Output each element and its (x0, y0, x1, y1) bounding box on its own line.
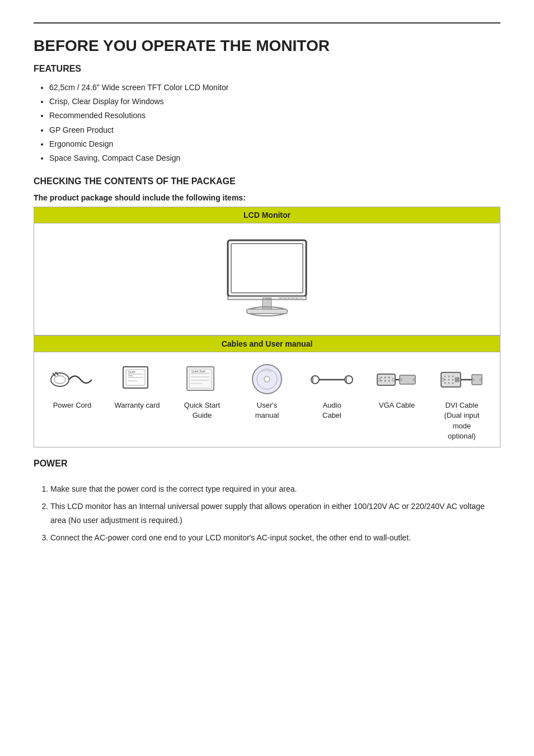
svg-rect-39 (377, 374, 395, 385)
svg-rect-1 (231, 244, 303, 293)
list-item: Make sure that the power cord is the cor… (50, 482, 500, 496)
svg-point-57 (448, 379, 450, 380)
audio-cable-icon (310, 362, 354, 396)
page-title: BEFORE YOU OPERATE THE MONITOR (34, 37, 500, 55)
power-cord-label: Power Cord (53, 400, 92, 410)
lcd-monitor-header: LCD Monitor (34, 207, 500, 223)
users-manual-icon (250, 362, 284, 396)
package-intro: The product package should include the f… (34, 193, 500, 202)
power-list: Make sure that the power cord is the cor… (50, 482, 500, 545)
svg-text:Quick: Quick (128, 370, 135, 374)
svg-point-58 (452, 379, 454, 380)
svg-point-34 (311, 376, 319, 384)
package-section: CHECKING THE CONTENTS OF THE PACKAGE The… (34, 176, 500, 447)
svg-point-36 (345, 376, 353, 384)
list-item: This LCD monitor has an Internal univers… (50, 500, 500, 528)
vga-cable-icon (374, 362, 419, 396)
features-heading: FEATURES (34, 64, 500, 74)
svg-text:Quick Start: Quick Start (191, 370, 205, 373)
svg-point-44 (385, 380, 386, 381)
users-manual-item: User'smanual (236, 362, 298, 421)
quick-start-item: Quick Start Quick StartGuide (171, 362, 233, 421)
monitor-image: IIYAMA (211, 235, 323, 326)
svg-point-43 (381, 380, 382, 381)
quick-start-icon: Quick Start (182, 362, 222, 396)
power-section: POWER Make sure that the power cord is t… (34, 459, 500, 545)
svg-text:Start: Start (128, 374, 133, 377)
power-cord-item: Power Cord (41, 362, 103, 410)
dvi-cable-label: DVI Cable(Dual inputmodeoptional) (444, 400, 480, 441)
list-item: Crisp, Clear Display for Windows (49, 95, 500, 109)
lcd-monitor-row: IIYAMA (34, 223, 500, 335)
package-heading: CHECKING THE CONTENTS OF THE PACKAGE (34, 176, 500, 186)
audio-cable-item: AudioCabel (301, 362, 363, 421)
svg-point-33 (264, 376, 270, 382)
top-divider (34, 22, 500, 24)
users-manual-label: User'smanual (255, 400, 279, 421)
list-item: Connect the AC-power cord one end to you… (50, 531, 500, 545)
quick-start-label: Quick StartGuide (184, 400, 220, 421)
list-item: Space Saving, Compact Case Design (49, 151, 500, 165)
svg-rect-12 (247, 309, 287, 314)
svg-point-61 (452, 382, 454, 384)
svg-point-54 (448, 375, 450, 377)
svg-point-40 (381, 376, 382, 378)
features-list: 62,5cm / 24.6" Wide screen TFT Color LCD… (49, 81, 500, 165)
svg-point-45 (388, 380, 390, 381)
svg-point-60 (448, 382, 450, 384)
vga-cable-item: VGA Cable (366, 362, 428, 410)
svg-point-59 (444, 382, 446, 384)
list-item: Recommended Resolutions (49, 109, 500, 123)
svg-point-55 (452, 375, 454, 377)
svg-point-6 (284, 298, 286, 300)
cables-row: Power Cord Quick Start Warranty card (34, 352, 500, 447)
warranty-card-icon: Quick Start (120, 362, 154, 396)
svg-point-7 (288, 298, 290, 300)
warranty-card-item: Quick Start Warranty card (106, 362, 168, 410)
list-item: GP Green Product (49, 123, 500, 137)
svg-point-56 (444, 379, 446, 380)
svg-point-41 (385, 376, 386, 378)
warranty-card-label: Warranty card (114, 400, 160, 410)
svg-point-42 (388, 376, 390, 378)
svg-point-5 (280, 298, 282, 300)
power-cord-icon (50, 362, 95, 396)
svg-point-9 (296, 298, 298, 300)
power-heading: POWER (34, 459, 500, 469)
svg-rect-0 (228, 240, 306, 296)
features-section: FEATURES 62,5cm / 24.6" Wide screen TFT … (34, 64, 500, 165)
vga-cable-label: VGA Cable (379, 400, 415, 410)
svg-point-14 (54, 376, 65, 384)
cables-header: Cables and User manual (34, 335, 500, 352)
svg-rect-66 (472, 375, 482, 385)
list-item: Ergonomic Design (49, 137, 500, 151)
list-item: 62,5cm / 24.6" Wide screen TFT Color LCD… (49, 81, 500, 95)
audio-cable-label: AudioCabel (322, 400, 341, 421)
svg-point-53 (444, 375, 446, 377)
dvi-cable-icon (439, 362, 484, 396)
dvi-cable-item: DVI Cable(Dual inputmodeoptional) (431, 362, 493, 441)
svg-point-8 (292, 298, 294, 300)
